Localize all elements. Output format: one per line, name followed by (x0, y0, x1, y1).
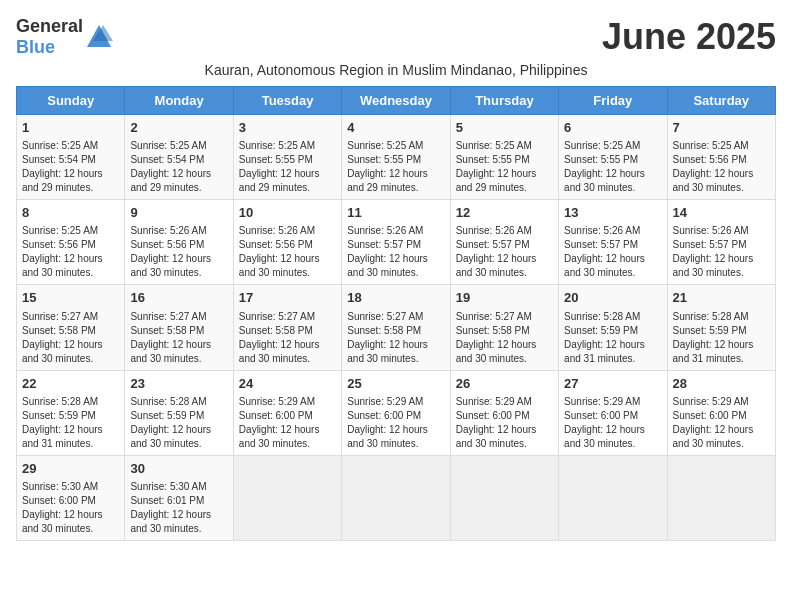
day-number: 20 (564, 289, 661, 307)
day-number: 7 (673, 119, 770, 137)
day-info: Sunrise: 5:30 AM Sunset: 6:01 PM Dayligh… (130, 480, 227, 536)
day-info: Sunrise: 5:27 AM Sunset: 5:58 PM Dayligh… (130, 310, 227, 366)
day-number: 3 (239, 119, 336, 137)
calendar-cell: 3Sunrise: 5:25 AM Sunset: 5:55 PM Daylig… (233, 115, 341, 200)
day-number: 4 (347, 119, 444, 137)
calendar-cell: 29Sunrise: 5:30 AM Sunset: 6:00 PM Dayli… (17, 455, 125, 540)
calendar-cell: 12Sunrise: 5:26 AM Sunset: 5:57 PM Dayli… (450, 200, 558, 285)
calendar-cell: 24Sunrise: 5:29 AM Sunset: 6:00 PM Dayli… (233, 370, 341, 455)
day-info: Sunrise: 5:25 AM Sunset: 5:55 PM Dayligh… (347, 139, 444, 195)
calendar-cell: 26Sunrise: 5:29 AM Sunset: 6:00 PM Dayli… (450, 370, 558, 455)
header-day-wednesday: Wednesday (342, 87, 450, 115)
day-info: Sunrise: 5:29 AM Sunset: 6:00 PM Dayligh… (347, 395, 444, 451)
calendar-cell: 25Sunrise: 5:29 AM Sunset: 6:00 PM Dayli… (342, 370, 450, 455)
calendar-cell (559, 455, 667, 540)
header-day-monday: Monday (125, 87, 233, 115)
day-number: 19 (456, 289, 553, 307)
calendar-cell: 23Sunrise: 5:28 AM Sunset: 5:59 PM Dayli… (125, 370, 233, 455)
day-number: 2 (130, 119, 227, 137)
day-info: Sunrise: 5:25 AM Sunset: 5:56 PM Dayligh… (673, 139, 770, 195)
day-info: Sunrise: 5:26 AM Sunset: 5:57 PM Dayligh… (347, 224, 444, 280)
month-title: June 2025 (602, 16, 776, 58)
calendar-week-5: 29Sunrise: 5:30 AM Sunset: 6:00 PM Dayli… (17, 455, 776, 540)
day-number: 23 (130, 375, 227, 393)
day-number: 5 (456, 119, 553, 137)
day-number: 11 (347, 204, 444, 222)
calendar-week-4: 22Sunrise: 5:28 AM Sunset: 5:59 PM Dayli… (17, 370, 776, 455)
calendar-cell: 11Sunrise: 5:26 AM Sunset: 5:57 PM Dayli… (342, 200, 450, 285)
day-info: Sunrise: 5:27 AM Sunset: 5:58 PM Dayligh… (456, 310, 553, 366)
day-number: 6 (564, 119, 661, 137)
header: General Blue June 2025 (16, 16, 776, 58)
day-info: Sunrise: 5:27 AM Sunset: 5:58 PM Dayligh… (239, 310, 336, 366)
day-info: Sunrise: 5:29 AM Sunset: 6:00 PM Dayligh… (673, 395, 770, 451)
calendar-cell: 16Sunrise: 5:27 AM Sunset: 5:58 PM Dayli… (125, 285, 233, 370)
calendar-cell: 4Sunrise: 5:25 AM Sunset: 5:55 PM Daylig… (342, 115, 450, 200)
day-number: 12 (456, 204, 553, 222)
day-number: 24 (239, 375, 336, 393)
day-number: 15 (22, 289, 119, 307)
day-number: 22 (22, 375, 119, 393)
calendar-week-2: 8Sunrise: 5:25 AM Sunset: 5:56 PM Daylig… (17, 200, 776, 285)
calendar-cell: 13Sunrise: 5:26 AM Sunset: 5:57 PM Dayli… (559, 200, 667, 285)
day-number: 26 (456, 375, 553, 393)
day-info: Sunrise: 5:30 AM Sunset: 6:00 PM Dayligh… (22, 480, 119, 536)
day-info: Sunrise: 5:27 AM Sunset: 5:58 PM Dayligh… (22, 310, 119, 366)
day-number: 9 (130, 204, 227, 222)
calendar-cell: 8Sunrise: 5:25 AM Sunset: 5:56 PM Daylig… (17, 200, 125, 285)
day-info: Sunrise: 5:25 AM Sunset: 5:55 PM Dayligh… (456, 139, 553, 195)
calendar-cell (342, 455, 450, 540)
calendar-cell (233, 455, 341, 540)
logo-text: General Blue (16, 16, 83, 58)
day-number: 18 (347, 289, 444, 307)
logo-general: General (16, 16, 83, 36)
day-info: Sunrise: 5:28 AM Sunset: 5:59 PM Dayligh… (22, 395, 119, 451)
day-info: Sunrise: 5:25 AM Sunset: 5:56 PM Dayligh… (22, 224, 119, 280)
day-info: Sunrise: 5:26 AM Sunset: 5:57 PM Dayligh… (456, 224, 553, 280)
day-number: 25 (347, 375, 444, 393)
day-info: Sunrise: 5:28 AM Sunset: 5:59 PM Dayligh… (673, 310, 770, 366)
day-info: Sunrise: 5:25 AM Sunset: 5:54 PM Dayligh… (22, 139, 119, 195)
day-info: Sunrise: 5:26 AM Sunset: 5:57 PM Dayligh… (673, 224, 770, 280)
day-info: Sunrise: 5:28 AM Sunset: 5:59 PM Dayligh… (564, 310, 661, 366)
subtitle: Kauran, Autonomous Region in Muslim Mind… (16, 62, 776, 78)
day-info: Sunrise: 5:29 AM Sunset: 6:00 PM Dayligh… (564, 395, 661, 451)
logo-blue: Blue (16, 37, 55, 57)
day-number: 30 (130, 460, 227, 478)
calendar-cell (667, 455, 775, 540)
calendar-cell: 6Sunrise: 5:25 AM Sunset: 5:55 PM Daylig… (559, 115, 667, 200)
calendar-cell: 22Sunrise: 5:28 AM Sunset: 5:59 PM Dayli… (17, 370, 125, 455)
day-number: 10 (239, 204, 336, 222)
calendar-cell: 30Sunrise: 5:30 AM Sunset: 6:01 PM Dayli… (125, 455, 233, 540)
logo: General Blue (16, 16, 113, 58)
calendar-cell: 20Sunrise: 5:28 AM Sunset: 5:59 PM Dayli… (559, 285, 667, 370)
calendar-cell: 19Sunrise: 5:27 AM Sunset: 5:58 PM Dayli… (450, 285, 558, 370)
calendar-cell: 9Sunrise: 5:26 AM Sunset: 5:56 PM Daylig… (125, 200, 233, 285)
calendar-cell: 14Sunrise: 5:26 AM Sunset: 5:57 PM Dayli… (667, 200, 775, 285)
day-info: Sunrise: 5:26 AM Sunset: 5:56 PM Dayligh… (130, 224, 227, 280)
day-info: Sunrise: 5:27 AM Sunset: 5:58 PM Dayligh… (347, 310, 444, 366)
calendar-cell: 15Sunrise: 5:27 AM Sunset: 5:58 PM Dayli… (17, 285, 125, 370)
calendar-week-1: 1Sunrise: 5:25 AM Sunset: 5:54 PM Daylig… (17, 115, 776, 200)
day-number: 21 (673, 289, 770, 307)
logo-icon (85, 23, 113, 51)
header-day-tuesday: Tuesday (233, 87, 341, 115)
day-info: Sunrise: 5:26 AM Sunset: 5:56 PM Dayligh… (239, 224, 336, 280)
header-day-thursday: Thursday (450, 87, 558, 115)
calendar-cell: 10Sunrise: 5:26 AM Sunset: 5:56 PM Dayli… (233, 200, 341, 285)
day-number: 14 (673, 204, 770, 222)
day-info: Sunrise: 5:25 AM Sunset: 5:55 PM Dayligh… (564, 139, 661, 195)
calendar-cell: 27Sunrise: 5:29 AM Sunset: 6:00 PM Dayli… (559, 370, 667, 455)
calendar-cell: 21Sunrise: 5:28 AM Sunset: 5:59 PM Dayli… (667, 285, 775, 370)
header-day-friday: Friday (559, 87, 667, 115)
calendar-cell: 1Sunrise: 5:25 AM Sunset: 5:54 PM Daylig… (17, 115, 125, 200)
day-number: 1 (22, 119, 119, 137)
day-info: Sunrise: 5:25 AM Sunset: 5:54 PM Dayligh… (130, 139, 227, 195)
day-info: Sunrise: 5:25 AM Sunset: 5:55 PM Dayligh… (239, 139, 336, 195)
calendar-cell: 17Sunrise: 5:27 AM Sunset: 5:58 PM Dayli… (233, 285, 341, 370)
day-info: Sunrise: 5:28 AM Sunset: 5:59 PM Dayligh… (130, 395, 227, 451)
day-number: 27 (564, 375, 661, 393)
day-number: 16 (130, 289, 227, 307)
day-number: 8 (22, 204, 119, 222)
calendar-cell (450, 455, 558, 540)
